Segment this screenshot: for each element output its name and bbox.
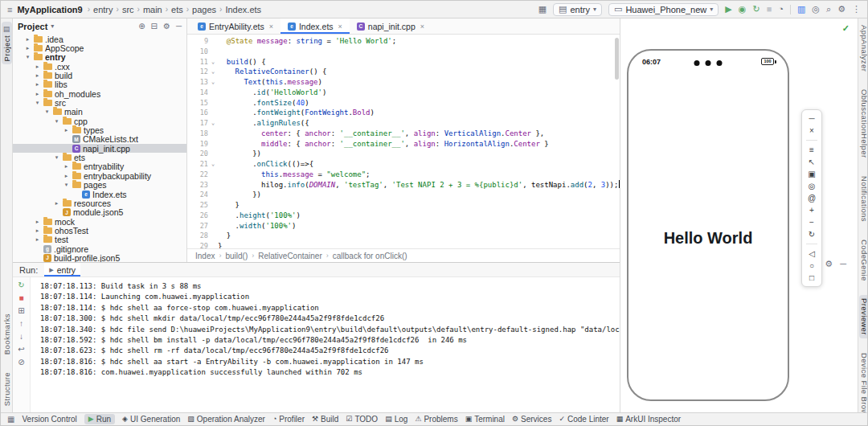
language-icon[interactable]: @ <box>808 194 816 203</box>
more-icon[interactable]: ⋮ <box>852 5 861 14</box>
device-manager-icon[interactable]: ▥ <box>797 5 805 14</box>
orientation-target-icon[interactable]: ◎ <box>809 182 816 190</box>
editor-breadcrumb-item[interactable]: callback for onClick() <box>333 252 407 260</box>
statusbar-item-version-control[interactable]: Version Control <box>22 414 76 424</box>
fold-marker-icon[interactable]: ⌄ <box>208 57 218 68</box>
tree-item[interactable]: ▾src <box>13 98 186 107</box>
statusbar-item-services[interactable]: ⚙Services <box>512 414 551 424</box>
collapse-all-icon[interactable]: ⊟ <box>151 22 158 31</box>
hide-panel-icon[interactable]: ─ <box>176 22 182 31</box>
tree-item[interactable]: ▾cpp <box>13 117 186 125</box>
editor-tab-entryability-ets[interactable]: eEntryAbility.ets× <box>190 18 280 34</box>
sidebar-item-previewer[interactable]: Previewer <box>859 295 868 338</box>
profiler-button[interactable]: ◔ <box>778 5 784 14</box>
editor-scrollbar[interactable] <box>615 38 619 80</box>
tree-item[interactable]: ▸test <box>13 236 186 244</box>
fold-marker-icon[interactable]: ⌄ <box>208 159 218 170</box>
rerun-icon[interactable]: ↻ <box>18 281 24 289</box>
breadcrumb-item[interactable]: entry <box>93 5 113 14</box>
locate-file-icon[interactable]: ⊕ <box>138 22 145 31</box>
previewer-hide-icon[interactable]: ─ <box>840 260 846 268</box>
statusbar-item-log[interactable]: ▤Log <box>385 414 407 424</box>
toolbar-close-icon[interactable]: × <box>809 126 814 135</box>
tree-item[interactable]: g.gitignore <box>13 244 186 253</box>
inspect-cursor-icon[interactable]: ↖ <box>809 158 815 166</box>
breadcrumb-item[interactable]: Index.ets <box>225 5 261 14</box>
statusbar-item-run[interactable]: ▶Run <box>84 414 115 424</box>
volume-down-icon[interactable]: − <box>809 218 814 227</box>
device-select[interactable]: ▭ Huawei_Phone_new ▾ <box>608 3 719 16</box>
tree-item[interactable]: ▾ets <box>13 153 186 162</box>
tree-item[interactable]: Jbuild-profile.json5 <box>13 253 186 262</box>
tree-item[interactable]: ▾main <box>13 108 186 117</box>
tree-item[interactable]: ▸entryability <box>13 162 186 171</box>
sidebar-item-appanalyzer[interactable]: AppAnalyzer <box>859 22 868 75</box>
tree-item[interactable]: ▾entry <box>13 53 186 62</box>
run-button[interactable]: ▶ <box>725 5 731 14</box>
tree-item[interactable]: ▸.idea <box>13 35 186 43</box>
notifications-icon[interactable]: ◎ <box>812 5 820 14</box>
settings-icon[interactable]: ⚙ <box>837 5 845 14</box>
search-icon[interactable]: ⌕ <box>826 5 831 14</box>
tree-item[interactable]: eIndex.ets <box>13 190 186 199</box>
sidebar-item-bookmarks[interactable]: Bookmarks <box>2 310 12 358</box>
editor-tab-napi-init-cpp[interactable]: Cnapi_init.cpp× <box>350 18 432 34</box>
recents-icon[interactable]: □ <box>809 273 814 282</box>
up-stack-icon[interactable]: ↑ <box>19 320 23 328</box>
run-tab-entry[interactable]: ▸ entry <box>44 263 80 276</box>
stop-icon[interactable]: ■ <box>18 294 23 302</box>
previewer-settings-icon[interactable]: ⚙ <box>825 260 833 268</box>
project-widget-icon[interactable]: ▦ <box>538 5 547 14</box>
project-panel-title[interactable]: Project <box>18 22 47 31</box>
editor-tab-index-ets[interactable]: eIndex.ets× <box>280 18 350 34</box>
tree-item[interactable]: Jmodule.json5 <box>13 208 186 217</box>
home-icon[interactable]: ○ <box>809 261 814 270</box>
sidebar-item-obfuscationhelper[interactable]: ObfuscationHelper <box>859 86 868 161</box>
sidebar-item-codegenie[interactable]: CodeGenie <box>859 236 868 285</box>
run-console-log[interactable]: 18:07:18.113: Build task in 3 s 88 ms18:… <box>31 277 620 414</box>
editor-breadcrumb-item[interactable]: build() <box>225 252 248 260</box>
statusbar-item-ui-generation[interactable]: ◈UI Generation <box>122 414 180 424</box>
close-icon[interactable]: × <box>269 23 273 31</box>
clear-log-icon[interactable]: ⊘ <box>18 358 24 367</box>
tree-item[interactable]: ▸.cxx <box>13 62 186 71</box>
stop-button[interactable]: ■ <box>767 5 772 14</box>
back-icon[interactable]: ◁ <box>809 249 815 258</box>
close-icon[interactable]: × <box>338 23 342 31</box>
tree-item[interactable]: ▸build <box>13 71 186 80</box>
tree-item[interactable]: ▸types <box>13 125 186 134</box>
hello-world-text[interactable]: Hello World <box>628 229 788 248</box>
down-stack-icon[interactable]: ↓ <box>19 333 23 341</box>
sidebar-item-structure[interactable]: Structure <box>2 369 12 409</box>
editor-breadcrumb-item[interactable]: Index <box>195 252 215 260</box>
debug-button[interactable]: ◉ <box>739 5 747 14</box>
statusbar-item-terminal[interactable]: ▣Terminal <box>465 414 505 424</box>
fold-marker-icon[interactable]: ⌄ <box>208 118 218 129</box>
rotate-icon[interactable]: ↻ <box>809 230 815 239</box>
tree-item[interactable]: ▸entrybackupability <box>13 171 186 180</box>
breadcrumb-item[interactable]: main <box>143 5 162 14</box>
softwrap-icon[interactable]: ↩ <box>18 346 24 354</box>
statusbar-item-operation-analyzer[interactable]: ▧Operation Analyzer <box>187 414 265 424</box>
tree-item[interactable]: ▸oh_modules <box>13 89 186 98</box>
panel-settings-icon[interactable]: ⚙ <box>163 22 170 31</box>
statusbar-item-profiler[interactable]: ◔Profiler <box>272 414 305 424</box>
tree-item[interactable]: ▸ohosTest <box>13 226 186 235</box>
toolbar-minimize-icon[interactable]: ─ <box>809 114 814 123</box>
main-menu-icon[interactable]: ≡ <box>7 5 12 14</box>
window-layout-icon[interactable]: ▦ <box>7 415 14 424</box>
restart-app-button[interactable]: ↻ <box>752 5 760 14</box>
tree-item[interactable]: ▸libs <box>13 80 186 89</box>
tree-item[interactable]: ▸resources <box>13 199 186 207</box>
breadcrumb-item[interactable]: src <box>122 5 134 14</box>
multi-device-menu-icon[interactable]: ≡ <box>809 145 814 154</box>
sidebar-item-project[interactable]: ▤Project <box>2 22 12 64</box>
statusbar-item-todo[interactable]: ☑TODO <box>346 414 378 424</box>
statusbar-item-arkui-inspector[interactable]: ▦ArkUI Inspector <box>616 414 681 424</box>
phone-preview[interactable]: 06:07 100 Hello World <box>627 49 789 401</box>
tree-item[interactable]: ▸AppScope <box>13 43 186 52</box>
screenshot-icon[interactable]: ▣ <box>808 170 815 178</box>
breadcrumb-item[interactable]: pages <box>192 5 216 14</box>
project-name[interactable]: MyApplication9 <box>17 5 82 14</box>
editor-breadcrumb-item[interactable]: RelativeContainer <box>258 252 322 260</box>
